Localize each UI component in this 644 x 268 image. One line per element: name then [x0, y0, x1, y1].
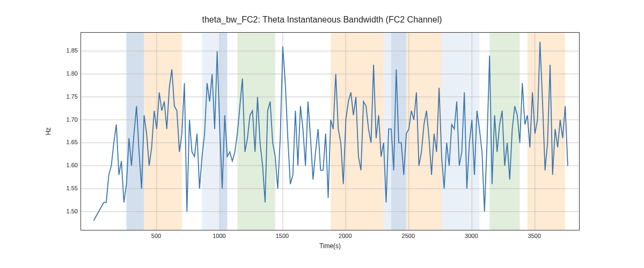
x-tick-label: 3000 — [465, 233, 478, 239]
shaded-band — [384, 33, 391, 230]
y-tick-label: 1.60 — [67, 162, 78, 168]
y-axis-label: Hz — [45, 128, 52, 136]
plot-svg — [81, 33, 579, 230]
shaded-band — [127, 33, 144, 230]
shaded-band — [406, 33, 442, 230]
y-tick-label: 1.55 — [67, 185, 78, 191]
plot-area — [80, 32, 580, 230]
y-tick-label: 1.80 — [67, 70, 78, 77]
x-tick-label: 1000 — [213, 233, 225, 239]
x-axis-label: Time(s) — [319, 242, 341, 250]
shaded-band — [442, 33, 479, 230]
x-tick-label: 2500 — [402, 233, 415, 239]
y-tick-label: 1.50 — [67, 208, 78, 214]
chart-container: theta_bw_FC2: Theta Instantaneous Bandwi… — [0, 0, 644, 268]
chart-title: theta_bw_FC2: Theta Instantaneous Bandwi… — [0, 15, 644, 25]
x-tick-label: 3500 — [528, 233, 541, 239]
y-tick-label: 1.75 — [67, 93, 78, 100]
x-tick-label: 500 — [151, 233, 161, 239]
shaded-band — [144, 33, 181, 230]
x-tick-label: 2000 — [339, 233, 352, 239]
y-tick-label: 1.70 — [67, 116, 78, 123]
y-tick-label: 1.65 — [67, 139, 78, 145]
y-tick-label: 1.85 — [67, 47, 78, 54]
x-tick-label: 1500 — [276, 233, 289, 239]
